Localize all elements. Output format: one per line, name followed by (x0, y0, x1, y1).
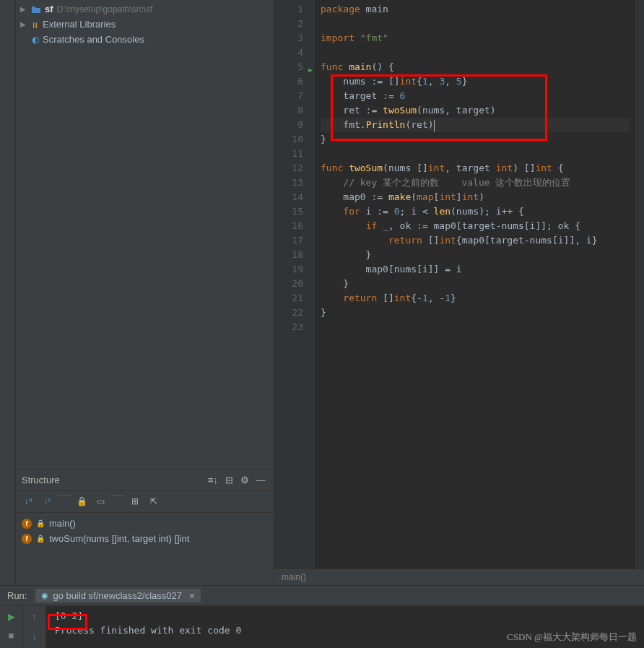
code-line[interactable]: target := 6 (321, 89, 630, 103)
chevron-right-icon[interactable]: ▶ (20, 20, 27, 28)
gutter-line-number[interactable]: 21 (274, 291, 303, 306)
gutter-line-number[interactable]: 7 (274, 89, 303, 103)
project-tree[interactable]: ▶ sf D:\mysetup\gopath\src\sf ▶ ⫼ Extern… (16, 0, 274, 48)
gutter-line-number[interactable]: 18 (274, 248, 303, 262)
sort-az-icon[interactable]: ↓ᵃ (20, 493, 36, 509)
gutter-line-number[interactable]: 20 (274, 277, 303, 291)
gutter-line-number[interactable]: 19 (274, 262, 303, 277)
gutter-line-number[interactable]: 10 (274, 132, 303, 147)
tree-root-name: sf (45, 4, 53, 14)
run-gutter-icon[interactable]: ▶ (308, 63, 313, 77)
code-line[interactable]: if _, ok := map0[target-nums[i]]; ok { (321, 219, 630, 233)
up-arrow-icon[interactable]: ↑ (27, 609, 43, 625)
code-line[interactable]: func main() { (321, 60, 630, 74)
code-line[interactable]: } (321, 306, 630, 320)
function-icon: f (22, 534, 32, 544)
tree-external-libs[interactable]: ▶ ⫼ External Libraries (16, 17, 274, 32)
code-line[interactable]: // key 某个之前的数 value 这个数出现的位置 (321, 176, 630, 190)
gutter-line-number[interactable]: 12 (274, 161, 303, 176)
editor-gutter[interactable]: 12345▶67891011121314151617181920212223 (274, 0, 315, 569)
tree-label: Scratches and Consoles (43, 34, 144, 45)
code-line[interactable]: } (321, 277, 630, 291)
run-config-tab[interactable]: ◉ go build sf/newclass2/class027 × (35, 589, 200, 602)
structure-item[interactable]: f 🔒 twoSum(nums []int, target int) []int (16, 531, 274, 546)
code-editor[interactable]: 12345▶67891011121314151617181920212223 p… (274, 0, 644, 569)
lock-icon: 🔒 (36, 519, 45, 527)
structure-item[interactable]: f 🔒 main() (16, 516, 274, 531)
minimize-icon[interactable]: — (253, 472, 268, 487)
fields-icon[interactable]: ⊞ (127, 493, 143, 509)
code-line[interactable]: map0[nums[i]] = i (321, 262, 630, 277)
run-panel: Run: ◉ go build sf/newclass2/class027 × … (0, 585, 644, 648)
console-line: [0 2] (55, 609, 635, 623)
tree-root-path: D:\mysetup\gopath\src\sf (57, 4, 153, 14)
gutter-line-number[interactable]: 8 (274, 103, 303, 118)
code-line[interactable] (321, 17, 630, 31)
gutter-line-number[interactable]: 1 (274, 2, 303, 17)
inherited-icon[interactable]: ⇱ (146, 493, 162, 509)
gutter-line-number[interactable]: 23 (274, 320, 303, 334)
gutter-line-number[interactable]: 13 (274, 176, 303, 190)
run-label: Run: (7, 590, 27, 601)
breadcrumb-item[interactable]: main() (282, 572, 306, 582)
gutter-line-number[interactable]: 4 (274, 46, 303, 60)
code-line[interactable]: } (321, 248, 630, 262)
code-line[interactable] (321, 320, 630, 334)
folder-icon (31, 4, 41, 14)
code-line[interactable]: return []int{map0[target-nums[i]], i} (321, 233, 630, 248)
structure-expand-icon[interactable]: ⊟ (222, 472, 236, 487)
gutter-line-number[interactable]: 9 (274, 118, 303, 132)
code-line[interactable]: package main (321, 2, 630, 17)
code-line[interactable]: import "fmt" (321, 31, 630, 46)
chevron-right-icon[interactable]: ▶ (20, 5, 27, 13)
code-line[interactable] (321, 147, 630, 161)
stop-button[interactable]: ■ (4, 628, 19, 642)
scratches-icon: ◐ (32, 35, 39, 45)
code-line[interactable] (321, 46, 630, 60)
gutter-line-number[interactable]: 17 (274, 233, 303, 248)
structure-item-label: twoSum(nums []int, target int) []int (49, 533, 189, 544)
gear-icon[interactable]: ⚙ (238, 472, 252, 487)
gutter-line-number[interactable]: 14 (274, 190, 303, 204)
function-icon: f (22, 519, 32, 529)
structure-panel-header: Structure ≡↓ ⊟ ⚙ — (16, 469, 274, 491)
tree-label: External Libraries (43, 19, 116, 30)
gutter-line-number[interactable]: 2 (274, 17, 303, 31)
gutter-line-number[interactable]: 16 (274, 219, 303, 233)
sort-za-icon[interactable]: ↓ᶻ (39, 493, 55, 509)
left-tool-strip[interactable] (0, 0, 16, 585)
gutter-line-number[interactable]: 15 (274, 204, 303, 219)
gutter-line-number[interactable]: 5▶ (274, 60, 303, 74)
structure-sort-icon[interactable]: ≡↓ (206, 472, 220, 487)
code-line[interactable]: nums := []int{1, 3, 5} (321, 74, 630, 89)
code-line[interactable]: map0 := make(map[int]int) (321, 190, 630, 204)
gutter-line-number[interactable]: 3 (274, 31, 303, 46)
library-icon: ⫼ (31, 20, 39, 29)
code-line[interactable]: func twoSum(nums []int, target int) []in… (321, 161, 630, 176)
console-output[interactable]: [0 2]Process finished with exit code 0 (46, 606, 644, 648)
gutter-line-number[interactable]: 22 (274, 306, 303, 320)
code-line[interactable]: ret := twoSum(nums, target) (321, 103, 630, 118)
structure-item-label: main() (49, 518, 76, 529)
tree-scratches[interactable]: ◐ Scratches and Consoles (16, 32, 274, 47)
structure-body[interactable]: f 🔒 main() f 🔒 twoSum(nums []int, target… (16, 513, 274, 549)
run-config-name: go build sf/newclass2/class027 (53, 590, 182, 601)
go-icon: ◉ (41, 591, 48, 600)
close-icon[interactable]: × (189, 590, 195, 601)
console-toolbar: ↑ ↓ (23, 606, 46, 648)
rerun-button[interactable]: ▶ (4, 609, 19, 623)
tree-root[interactable]: ▶ sf D:\mysetup\gopath\src\sf (16, 1, 274, 17)
error-stripe[interactable] (635, 0, 644, 569)
lock-icon[interactable]: 🔒 (74, 493, 90, 509)
breadcrumb[interactable]: main() (274, 569, 644, 585)
folder-struct-icon[interactable]: ▭ (92, 493, 108, 509)
code-line[interactable]: return []int{-1, -1} (321, 291, 630, 306)
gutter-line-number[interactable]: 11 (274, 147, 303, 161)
gutter-line-number[interactable]: 6 (274, 74, 303, 89)
code-line[interactable]: } (321, 132, 630, 147)
down-arrow-icon[interactable]: ↓ (27, 629, 43, 645)
code-line[interactable]: for i := 0; i < len(nums); i++ { (321, 204, 630, 219)
code-line[interactable]: fmt.Println(ret) (321, 118, 630, 132)
console-line: Process finished with exit code 0 (55, 623, 635, 638)
lock-icon: 🔒 (36, 535, 45, 543)
